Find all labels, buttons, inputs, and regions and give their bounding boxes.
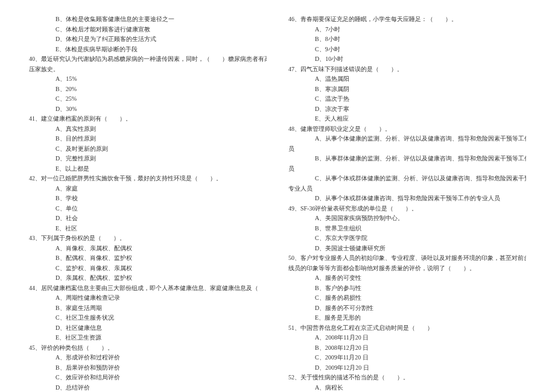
option: B、20% — [29, 84, 267, 95]
option: B、2008年12月20 日 — [288, 343, 526, 353]
option: B、从事群体健康的监测、分析、评估以及健康咨询、指导和危险因素干预等工作的专业人 — [288, 154, 526, 164]
option-cont: 员 — [288, 164, 526, 174]
option: B、寒凉属阴 — [288, 84, 526, 95]
option: A、15% — [29, 74, 267, 84]
question-51-stem: 51、中国营养信息化工程在京正式启动时间是（ ） — [288, 323, 526, 334]
question-46-stem: 46、青春期要保证充足的睡眠，小学生每天应睡足：（ ）。 — [288, 14, 526, 25]
option: C、2009年11月20 日 — [288, 353, 526, 363]
option: D、社会 — [29, 213, 267, 224]
option: D、社区健康信息 — [29, 323, 267, 334]
option: D、体检只是为了纠正顾客的生活方式 — [29, 34, 267, 45]
option: C、服务的易损性 — [288, 293, 526, 303]
question-52-stem: 52、关于慢性病的描述不恰当的是（ ）。 — [288, 373, 526, 383]
option: A、真实性原则 — [29, 124, 267, 134]
option: B、体检是收集顾客健康信息的主要途径之一 — [29, 14, 267, 25]
option: C、温次于热 — [288, 94, 526, 104]
option: E、社区 — [29, 224, 267, 234]
option: E、服务是无形的 — [288, 313, 526, 323]
option: C、单位 — [29, 204, 267, 214]
option: D、从事个体或群体健康咨询、指导和危险因素干预等工作的专业人员 — [288, 194, 526, 204]
question-43-stem: 43、下列属于身份权的是（ ）。 — [29, 233, 267, 244]
option: A、从事个体健康的监测、分析、评估以及健康咨询、指导和危险因素干预等工作的专业人 — [288, 134, 526, 144]
question-42-stem: 42、对一位已婚肥胖男性实施饮食干预，最好的支持性环境是（ ）。 — [29, 174, 267, 184]
option: B、世界卫生组织 — [288, 224, 526, 234]
option: A、服务的可变性 — [288, 273, 526, 283]
question-40-stem-cont: 压家族史。 — [29, 65, 267, 75]
option: C、效应评价和结局评价 — [29, 373, 267, 383]
question-44-stem: 44、居民健康档案信息主要由三大部份组成，即个人基本健康信息、家庭健康信息及（ … — [29, 283, 267, 294]
option: C、社区卫生服务状况 — [29, 313, 267, 323]
question-48-stem: 48、健康管理师职业定义是（ ）。 — [288, 124, 526, 134]
option: D、完整性原则 — [29, 154, 267, 164]
right-column: 46、青春期要保证充足的睡眠，小学生每天应睡足：（ ）。 A、7小时 B、8小时… — [288, 14, 526, 392]
option-cont: 专业人员 — [288, 184, 526, 194]
question-47-stem: 47、四气五味下列描述错误的是（ ）。 — [288, 65, 526, 75]
question-50-stem-cont: 线员的印象等等方面都会影响他对服务质量的评价，说明了（ ）。 — [288, 264, 526, 274]
option: B、后果评价和预防评价 — [29, 363, 267, 373]
option: A、病程长 — [288, 383, 526, 393]
option: C、监护权、肖像权、亲属权 — [29, 264, 267, 274]
option: C、9小时 — [288, 45, 526, 55]
option: D、服务的不可分割性 — [288, 303, 526, 314]
option: A、2008年11月20 日 — [288, 333, 526, 343]
option: C、东京大学医学院 — [288, 233, 526, 244]
option: C、25% — [29, 94, 267, 104]
option: D、亲属权、配偶权、监护权 — [29, 273, 267, 283]
option: A、肖像权、亲属权、配偶权 — [29, 244, 267, 254]
option: E、社区卫生资源 — [29, 333, 267, 343]
option: B、家庭生活周期 — [29, 303, 267, 314]
left-column: B、体检是收集顾客健康信息的主要途径之一 C、体检后才能对顾客进行健康宣教 D、… — [29, 14, 267, 392]
option: A、温热属阳 — [288, 74, 526, 84]
option: A、美国国家疾病预防控制中心。 — [288, 213, 526, 224]
option: D、30% — [29, 104, 267, 115]
option: A、7小时 — [288, 25, 526, 35]
option: E、天人相应 — [288, 114, 526, 124]
question-49-stem: 49、SF-36评价量表研究形成的单位是（ ）。 — [288, 204, 526, 214]
option: C、从事个体或群体健康的监测、分析、评估以及健康咨询、指导和危险因素干预等工作的 — [288, 174, 526, 184]
question-45-stem: 45、评价的种类包括（ ）。 — [29, 343, 267, 353]
option: B、目的性原则 — [29, 134, 267, 144]
option: E、体检是疾病早期诊断的手段 — [29, 45, 267, 55]
option: A、家庭 — [29, 184, 267, 194]
option: D、10小时 — [288, 54, 526, 65]
option: E、以上都是 — [29, 164, 267, 174]
option: D、凉次于寒 — [288, 104, 526, 115]
option: D、2009年12月20 日 — [288, 363, 526, 373]
option: C、体检后才能对顾客进行健康宣教 — [29, 25, 267, 35]
option: B、客户的参与性 — [288, 283, 526, 294]
option: A、形成评价和过程评价 — [29, 353, 267, 363]
question-40-stem: 40、最近研究认为代谢缺陷为易感糖尿病的一种遗传因素，同时，（ ）糖尿病患者有高… — [29, 54, 267, 65]
option: B、8小时 — [288, 34, 526, 45]
option-cont: 员 — [288, 144, 526, 154]
question-41-stem: 41、建立健康档案的原则有（ ）。 — [29, 114, 267, 124]
option: B、配偶权、肖像权、监护权 — [29, 253, 267, 264]
option: C、及时更新的原则 — [29, 144, 267, 154]
option: A、周期性健康检查记录 — [29, 293, 267, 303]
question-50-stem: 50、客户对专业服务人员的初始印象、专业程度、谈吐以及对服务环境的印象，甚至对前… — [288, 253, 526, 264]
option: D、总结评价 — [29, 383, 267, 393]
option: B、学校 — [29, 194, 267, 204]
page-content: B、体检是收集顾客健康信息的主要途径之一 C、体检后才能对顾客进行健康宣教 D、… — [29, 14, 526, 392]
option: D、美国波士顿健康研究所 — [288, 244, 526, 254]
